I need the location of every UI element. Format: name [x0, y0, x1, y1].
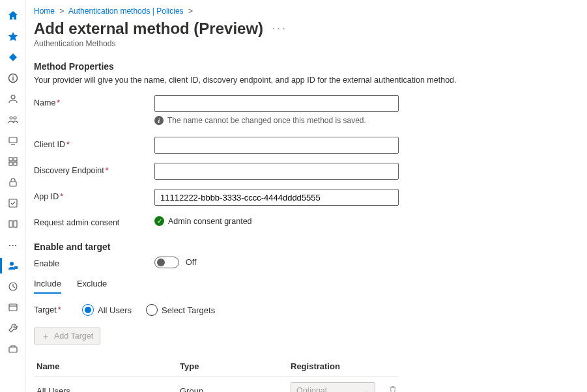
svg-rect-6 [14, 158, 17, 161]
sidebar-defender[interactable] [0, 47, 26, 68]
trash-icon [388, 385, 397, 393]
sidebar-apps[interactable] [0, 151, 26, 172]
sidebar-settings[interactable] [0, 297, 26, 318]
sidebar-groups[interactable] [0, 109, 26, 130]
breadcrumb-home[interactable]: Home [34, 7, 55, 16]
learn-icon [8, 344, 18, 354]
discovery-label: Discovery Endpoint* [34, 163, 154, 175]
svg-rect-17 [9, 347, 17, 352]
consent-label: Request admin consent [34, 215, 154, 227]
toggle-state: Off [186, 258, 196, 267]
sidebar-users[interactable] [0, 89, 26, 109]
svg-rect-14 [14, 266, 18, 269]
breadcrumb-policies[interactable]: Authentication methods | Policies [68, 7, 184, 16]
person-badge-icon [8, 260, 18, 271]
wrench-icon [8, 323, 18, 333]
governance-icon [8, 198, 18, 208]
table-row: All Users Group Optional ⌄ [34, 377, 399, 392]
info-icon [8, 73, 18, 83]
delete-row-button[interactable] [388, 385, 397, 393]
page-actions-more[interactable]: · · · [272, 23, 285, 33]
name-label: Name* [34, 95, 154, 107]
col-name: Name [36, 361, 180, 371]
sidebar-devices[interactable] [0, 130, 26, 151]
svg-rect-16 [9, 304, 17, 311]
sidebar: ··· [0, 0, 26, 392]
radio-select-targets[interactable]: Select Targets [146, 304, 215, 316]
star-icon [8, 31, 18, 42]
svg-rect-5 [9, 158, 12, 161]
svg-rect-8 [14, 162, 17, 165]
sidebar-billing[interactable] [0, 276, 26, 297]
svg-rect-12 [14, 221, 17, 227]
diamond-icon [8, 52, 18, 63]
section-enable-target: Enable and target [34, 242, 571, 252]
sidebar-info[interactable] [0, 68, 26, 89]
section-method-properties: Method Properties [34, 61, 571, 72]
radio-icon [82, 304, 94, 316]
client-id-input[interactable] [154, 137, 399, 154]
targets-table: Name Type Registration All Users Group O… [34, 356, 399, 392]
svg-point-1 [11, 95, 15, 99]
page-subtitle: Authentication Methods [34, 39, 571, 48]
name-input[interactable] [154, 95, 399, 112]
breadcrumb: Home > Authentication methods | Policies… [34, 7, 571, 16]
app-id-label: App ID* [34, 189, 154, 201]
breadcrumb-sep: > [59, 7, 64, 16]
radio-icon [146, 304, 158, 316]
target-tabs: Include Exclude [34, 276, 571, 294]
svg-rect-11 [9, 221, 12, 227]
info-icon: i [154, 116, 164, 125]
device-icon [8, 135, 18, 146]
apps-icon [8, 156, 18, 167]
registration-select[interactable]: Optional ⌄ [291, 382, 375, 392]
plus-icon: ＋ [41, 331, 50, 341]
svg-rect-4 [9, 137, 17, 143]
settings-icon [8, 302, 18, 313]
discovery-input[interactable] [154, 163, 399, 180]
target-label: Target* [34, 305, 66, 315]
sidebar-ext[interactable] [0, 214, 26, 234]
sidebar-favorites[interactable] [0, 26, 26, 47]
main-content: Home > Authentication methods | Policies… [26, 0, 587, 392]
tab-include[interactable]: Include [34, 276, 61, 294]
check-icon: ✓ [154, 216, 164, 226]
tab-exclude[interactable]: Exclude [77, 276, 107, 294]
enable-label: Enable [34, 256, 154, 268]
page-title: Add external method (Preview) [34, 20, 263, 38]
svg-point-13 [10, 262, 14, 266]
sidebar-learn[interactable] [0, 339, 26, 359]
home-icon [8, 10, 18, 21]
col-type: Type [180, 361, 291, 371]
external-icon [8, 219, 18, 229]
add-target-button[interactable]: ＋ Add Target [34, 328, 100, 344]
method-properties-desc: Your provider will give you the name, cl… [34, 76, 571, 85]
svg-point-2 [10, 117, 12, 119]
sidebar-health[interactable] [0, 318, 26, 339]
app-id-input[interactable] [154, 189, 399, 206]
sidebar-identity[interactable] [0, 255, 26, 276]
sidebar-more[interactable]: ··· [0, 234, 26, 255]
client-id-label: Client ID* [34, 137, 154, 149]
svg-rect-9 [10, 182, 16, 186]
col-registration: Registration [291, 361, 388, 371]
cell-type: Group [180, 386, 291, 393]
sidebar-protection[interactable] [0, 172, 26, 193]
sidebar-home[interactable] [0, 5, 26, 26]
people-icon [8, 115, 18, 125]
svg-point-3 [14, 117, 16, 119]
consent-status: ✓ Admin consent granted [154, 216, 252, 226]
clock-icon [8, 281, 18, 292]
sidebar-governance[interactable] [0, 193, 26, 214]
svg-rect-10 [9, 199, 17, 207]
person-icon [8, 94, 18, 104]
radio-all-users[interactable]: All Users [82, 304, 132, 316]
chevron-down-icon: ⌄ [364, 387, 369, 393]
enable-toggle[interactable] [154, 257, 179, 268]
name-hint: i The name cannot be changed once this m… [154, 116, 571, 125]
breadcrumb-sep: > [188, 7, 193, 16]
cell-name: All Users [36, 386, 180, 393]
lock-icon [8, 177, 18, 188]
svg-rect-7 [9, 162, 12, 165]
